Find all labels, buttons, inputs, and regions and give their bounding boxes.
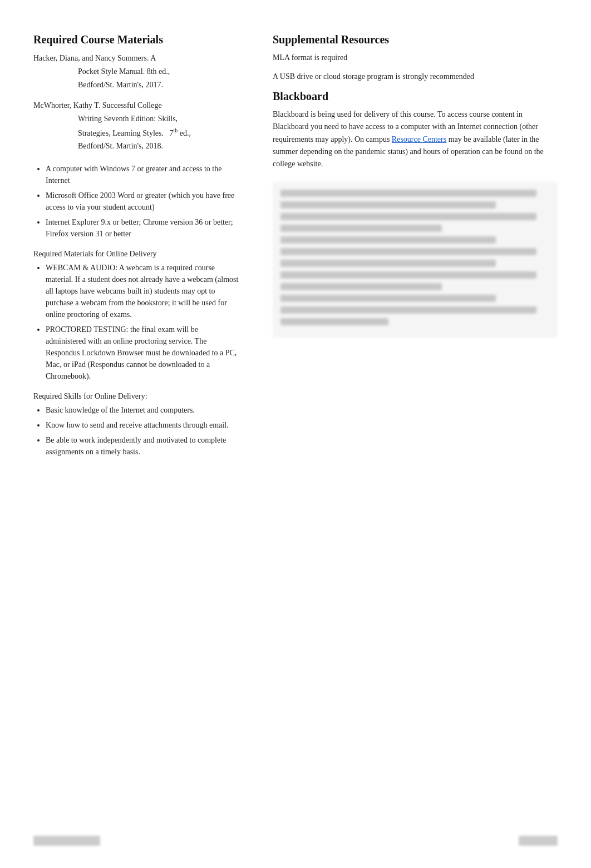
skill-item-3: Be able to work independently and motiva…: [46, 434, 239, 458]
book-1-publisher: Bedford/St. Martin's, 2017.: [78, 78, 239, 92]
right-column: Supplemental Resources MLA format is req…: [262, 33, 558, 338]
book-2-title-line1: Writing Seventh Edition: Skills,: [78, 112, 239, 126]
book-2-title-line2: Strategies, Learning Styles. 7th ed.,: [78, 126, 239, 140]
online-delivery-label: Required Materials for Online Delivery: [33, 250, 239, 259]
blackboard-description: Blackboard is being used for delivery of…: [273, 108, 558, 171]
blackboard-title: Blackboard: [273, 90, 558, 103]
tech-req-item-1: A computer with Windows 7 or greater and…: [46, 163, 239, 186]
book-1-author: Hacker, Diana, and Nancy Sommers. A: [33, 52, 239, 65]
supplemental-resources-title: Supplemental Resources: [273, 33, 558, 46]
online-delivery-item-2: PROCTORED TESTING: the final exam will b…: [46, 324, 239, 382]
blackboard-section: Blackboard Blackboard is being used for …: [273, 90, 558, 171]
tech-req-item-2: Microsoft Office 2003 Word or greater (w…: [46, 190, 239, 213]
footer-left-content: [33, 836, 100, 846]
tech-req-item-3: Internet Explorer 9.x or better; Chrome …: [46, 216, 239, 240]
skills-label: Required Skills for Online Delivery:: [33, 392, 239, 401]
book-2-publisher: Bedford/St. Martin's, 2018.: [78, 140, 239, 153]
left-column: Required Course Materials Hacker, Diana,…: [33, 33, 239, 467]
footer: [33, 836, 558, 846]
book-1-details: Pocket Style Manual. 8th ed., Bedford/St…: [33, 65, 239, 92]
skill-item-1: Basic knowledge of the Internet and comp…: [46, 404, 239, 416]
skills-list: Basic knowledge of the Internet and comp…: [33, 404, 239, 458]
supplemental-line-2: A USB drive or cloud storage program is …: [273, 71, 558, 83]
online-delivery-item-1: WEBCAM & AUDIO: A webcam is a required c…: [46, 262, 239, 320]
book-entry-1: Hacker, Diana, and Nancy Sommers. A Pock…: [33, 52, 239, 91]
blurred-content: [273, 182, 558, 338]
online-delivery-list: WEBCAM & AUDIO: A webcam is a required c…: [33, 262, 239, 382]
tech-requirements-list: A computer with Windows 7 or greater and…: [33, 163, 239, 240]
required-course-materials-title: Required Course Materials: [33, 33, 239, 46]
page: Required Course Materials Hacker, Diana,…: [0, 0, 591, 868]
resource-centers-link[interactable]: Resource Centers: [392, 135, 446, 143]
book-entry-2: McWhorter, Kathy T. Successful College W…: [33, 99, 239, 153]
footer-right-content: [519, 836, 558, 846]
book-list: Hacker, Diana, and Nancy Sommers. A Pock…: [33, 52, 239, 153]
book-2-details: Writing Seventh Edition: Skills, Strateg…: [33, 112, 239, 153]
skill-item-2: Know how to send and receive attachments…: [46, 419, 239, 431]
book-1-title: Pocket Style Manual. 8th ed.,: [78, 65, 239, 78]
main-content: Required Course Materials Hacker, Diana,…: [33, 33, 558, 467]
supplemental-line-1: MLA format is required: [273, 52, 558, 64]
book-2-author: McWhorter, Kathy T. Successful College: [33, 99, 239, 112]
